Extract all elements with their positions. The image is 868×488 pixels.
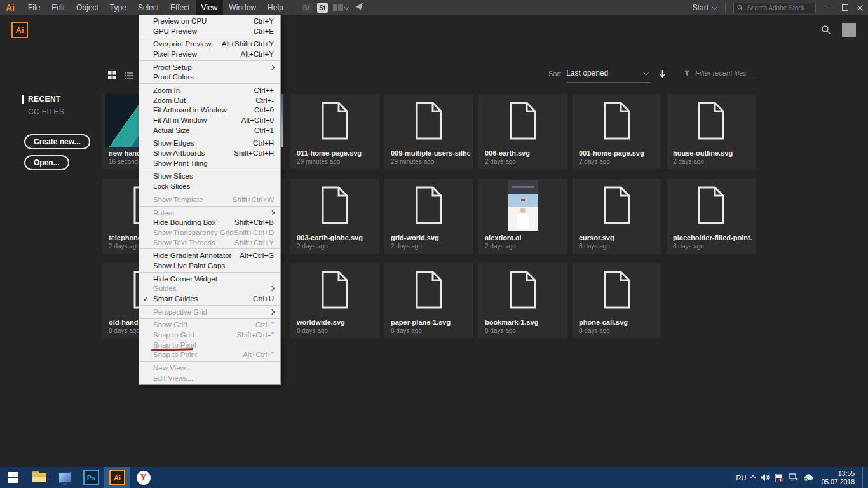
menu-item-fit-all-in-window[interactable]: Fit All in WindowAlt+Ctrl+0 — [139, 115, 280, 125]
action-center-flag-icon[interactable] — [775, 473, 783, 482]
filter-input[interactable] — [694, 69, 759, 78]
close-button[interactable] — [853, 4, 868, 11]
menu-item-hide-bounding-box[interactable]: Hide Bounding BoxShift+Ctrl+B — [139, 217, 280, 227]
filter-field[interactable] — [684, 69, 759, 81]
windows-start-button[interactable] — [0, 467, 26, 488]
menu-select[interactable]: Select — [132, 0, 165, 15]
file-card[interactable]: alexdora.ai 2 days ago — [478, 179, 567, 254]
adobe-stock-search[interactable] — [733, 3, 816, 13]
menu-item-show-print-tiling[interactable]: Show Print Tiling — [139, 158, 280, 168]
menu-item-show-live-paint-gaps[interactable]: Show Live Paint Gaps — [139, 261, 280, 271]
file-card[interactable]: 011-home-page.svg 29 minutes ago — [290, 94, 379, 169]
show-desktop-button[interactable] — [862, 467, 866, 488]
create-new-button[interactable]: Create new... — [24, 134, 90, 149]
menu-item-actual-size[interactable]: Actual SizeCtrl+1 — [139, 125, 280, 135]
menu-item-gpu-preview[interactable]: GPU PreviewCtrl+E — [139, 26, 280, 36]
maximize-button[interactable] — [837, 4, 853, 11]
workspace-layout-icon[interactable] — [333, 4, 348, 11]
share-icon[interactable] — [355, 3, 363, 13]
file-card[interactable]: cursor.svg 8 days ago — [573, 179, 661, 254]
open-button[interactable]: Open... — [24, 155, 69, 170]
menu-item-show-artboards[interactable]: Show ArtboardsShift+Ctrl+H — [139, 148, 280, 158]
menu-item-hide-corner-widget[interactable]: Hide Corner Widget — [139, 274, 280, 284]
photoshop-button[interactable]: Ps — [78, 467, 104, 488]
file-card[interactable]: 009-multiple-users-silhou... 29 minutes … — [384, 94, 473, 169]
list-view-icon[interactable] — [125, 71, 133, 82]
menu-separator — [140, 137, 280, 137]
menu-item-show-slices[interactable]: Show Slices — [139, 172, 280, 182]
menu-item-show-edges[interactable]: Show EdgesCtrl+H — [139, 139, 280, 149]
menu-item-smart-guides[interactable]: ✓Smart GuidesCtrl+U — [139, 294, 280, 304]
divider — [294, 3, 294, 12]
menu-item-zoom-in[interactable]: Zoom InCtrl++ — [139, 85, 280, 95]
menu-item-proof-colors[interactable]: Proof Colors — [139, 72, 280, 82]
menu-item-pixel-preview[interactable]: Pixel PreviewAlt+Ctrl+Y — [139, 49, 280, 59]
file-time: 8 days ago — [297, 327, 328, 334]
menu-separator — [140, 170, 280, 170]
window-controls — [822, 4, 868, 11]
file-time: 8 days ago — [485, 327, 516, 334]
menu-item-proof-setup[interactable]: Proof Setup — [139, 62, 280, 72]
menu-view[interactable]: View — [196, 0, 224, 15]
menu-window[interactable]: Window — [223, 0, 262, 15]
file-card[interactable]: paper-plane-1.svg 8 days ago — [384, 263, 473, 338]
file-card[interactable]: worldwide.svg 8 days ago — [290, 263, 379, 338]
network-icon[interactable] — [789, 473, 798, 482]
sidebar-item-recent[interactable]: RECENT — [22, 95, 61, 104]
menu-edit[interactable]: Edit — [46, 0, 71, 15]
clock[interactable]: 13:55 05.07.2018 — [821, 470, 855, 485]
menu-item-overprint-preview[interactable]: Overprint PreviewAlt+Shift+Ctrl+Y — [139, 39, 280, 49]
yandex-browser-button[interactable]: Y — [130, 467, 156, 488]
menu-item-fit-artboard-in-window[interactable]: Fit Artboard in WindowCtrl+0 — [139, 105, 280, 116]
submenu-arrow-icon — [269, 309, 275, 314]
stock-search-input[interactable] — [745, 4, 812, 12]
file-card[interactable]: house-outline.svg 2 days ago — [667, 94, 756, 169]
yandex-icon: Y — [137, 471, 151, 485]
menu-item-hide-gradient-annotator[interactable]: Hide Gradient AnnotatorAlt+Ctrl+G — [139, 250, 280, 261]
illustrator-home-badge[interactable]: Ai — [11, 22, 28, 38]
file-time: 8 days ago — [579, 243, 610, 250]
menu-item-show-grid: Show GridCtrl+" — [139, 320, 280, 330]
monitor-icon — [58, 471, 72, 484]
stock-icon[interactable]: St — [317, 3, 328, 13]
file-card[interactable]: bookmark-1.svg 8 days ago — [478, 263, 567, 338]
menu-item-preview-on-cpu[interactable]: Preview on CPUCtrl+Y — [139, 16, 280, 26]
menu-item-lock-slices[interactable]: Lock Slices — [139, 181, 280, 191]
menu-help[interactable]: Help — [262, 0, 289, 15]
sort-dropdown[interactable]: Last opened — [566, 69, 650, 83]
profile-avatar[interactable] — [842, 23, 856, 37]
start-workspace-button[interactable]: Start — [693, 3, 716, 12]
menu-item-guides: Guides — [139, 284, 280, 294]
menu-item-zoom-out[interactable]: Zoom OutCtrl+- — [139, 95, 280, 105]
language-indicator[interactable]: RU — [736, 474, 747, 482]
file-card[interactable]: 001-home-page.svg 2 days ago — [573, 94, 661, 169]
date: 05.07.2018 — [821, 478, 855, 486]
file-explorer-button[interactable] — [26, 467, 52, 488]
bridge-icon[interactable]: Br — [301, 3, 312, 13]
folder-icon — [32, 473, 46, 482]
file-card[interactable]: 003-earth-globe.svg 2 days ago — [290, 179, 379, 254]
illustrator-button[interactable]: Ai — [104, 467, 130, 488]
file-card[interactable]: placeholder-filled-point.svg 8 days ago — [667, 179, 756, 254]
chevron-up-icon — [750, 475, 756, 480]
cloud-sync-icon[interactable] — [803, 473, 813, 482]
menu-item-new-view: New View... — [139, 363, 280, 373]
computer-app-button[interactable] — [52, 467, 78, 488]
menu-effect[interactable]: Effect — [165, 0, 195, 15]
hidden-icons-button[interactable] — [751, 476, 755, 480]
menu-item-snap-to-point: Snap to PointAlt+Ctrl+" — [139, 350, 280, 360]
file-time: 8 days ago — [579, 327, 610, 334]
sort-direction-button[interactable] — [659, 69, 666, 81]
grid-view-icon[interactable] — [108, 71, 116, 82]
document-icon — [573, 179, 661, 232]
file-card[interactable]: phone-call.svg 8 days ago — [573, 263, 661, 338]
minimize-button[interactable] — [822, 8, 837, 8]
menu-type[interactable]: Type — [104, 0, 132, 15]
file-card[interactable]: grid-world.svg 2 days ago — [384, 179, 473, 254]
volume-icon[interactable] — [760, 473, 770, 482]
sidebar-item-cc-files[interactable]: CC FILES — [28, 107, 64, 116]
menu-object[interactable]: Object — [71, 0, 104, 15]
file-card[interactable]: 006-earth.svg 2 days ago — [478, 94, 567, 169]
menu-file[interactable]: File — [22, 0, 46, 15]
search-button[interactable] — [821, 25, 831, 37]
